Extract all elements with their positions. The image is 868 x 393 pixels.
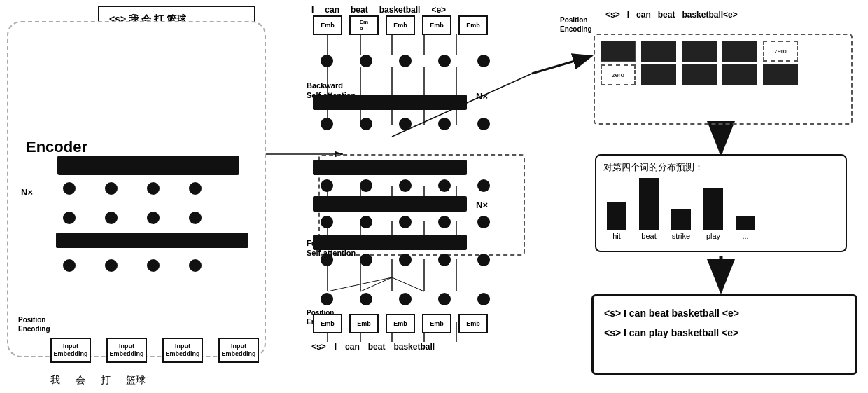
dec-circles-row2 [321,118,490,130]
dec-circle [360,55,372,67]
dist-pred-box: 对第四个词的分布预测： hit beat strike play ... [595,154,847,252]
emb-box-4: InputEmbedding [218,338,259,363]
rt-tok-4: beat [658,10,676,20]
dec-circle [399,118,412,130]
bar-rect-3 [671,209,691,230]
dec-circle [399,179,412,192]
dec-circle [399,293,412,305]
dec-circles-row6 [321,293,490,305]
masked-col-1: zero [601,41,636,85]
enc-circle [189,259,202,272]
encoder-bar [57,156,239,175]
masked-col-4 [722,41,757,85]
encoder-circles-row2 [63,212,202,224]
dec-bar2 [313,160,467,175]
enc-circle [147,212,160,224]
dec-circles-row4 [321,216,490,228]
dec-bot-tokens: <s> I can beat basketball [312,342,435,352]
dec-bot-emb-4: Emb [422,314,451,333]
bar-chart: hit beat strike play ... [596,177,846,243]
output-box: <s> I can beat basketball <e> <s> I can … [592,294,858,375]
chinese-chars: 我 会 打 篮球 [50,374,146,387]
masked-box [722,64,757,85]
dist-title: 对第四个词的分布预测： [596,156,846,177]
bar-rect-4 [704,188,723,230]
emb-box-3: InputEmbedding [162,338,203,363]
dec-emb-5: Emb [458,15,488,35]
dec-circle [360,216,372,228]
dec-circle [399,55,412,67]
bar-label-4: play [706,232,720,240]
dec-circle [438,216,451,228]
dec-bot-tok-4: beat [368,342,386,352]
dec-circle [321,254,333,266]
dec-circles-row3 [321,179,490,192]
dec-bot-tok-3: can [345,342,360,352]
zh-char-4: 篮球 [126,374,146,387]
dec-circle [477,216,490,228]
bar-rect-2 [639,178,659,230]
encoder-box: Encoder N× Position Encodi [7,21,266,357]
rt-tok-2: I [627,10,629,20]
svg-line-62 [360,277,392,291]
dec-circle [360,179,372,192]
masked-box [722,41,757,62]
rt-tok-1: <s> [606,10,620,20]
dec-emb-2: Emb [349,15,379,35]
dec-circle [360,293,372,305]
emb-box-1: InputEmbedding [50,338,91,363]
dec-bot-emb-1: Emb [313,314,342,333]
masked-box [682,64,717,85]
masked-col-2 [641,41,676,85]
bar-item-4: play [704,188,723,240]
svg-line-63 [392,277,424,291]
bar-item-2: beat [639,178,659,240]
dec-emb-4: Emb [422,15,451,35]
zero-box-2: zero [763,41,798,62]
enc-circle [63,182,76,195]
decoder-top-emb-row: Emb Emb Emb Emb Emb [313,15,488,35]
dec-circle [438,118,451,130]
encoder-circles-row3 [63,259,202,272]
zh-char-2: 会 [76,374,85,387]
encoder-emb-row: InputEmbedding InputEmbedding InputEmbed… [50,338,259,363]
masked-box [682,41,717,62]
dec-tok-5: <e> [431,5,446,15]
encoder-label: Encoder [26,138,88,156]
dec-circle [321,118,333,130]
bar-item-5: ... [736,216,755,240]
dec-tok-2: can [325,5,340,15]
decoder-top-tokens: I can beat basketball <e> [312,5,446,15]
masked-box [763,64,798,85]
dec-circle [399,254,412,266]
dec-bot-emb-3: Emb [386,314,415,333]
dec-circle [399,216,412,228]
encoder-pos-label: Position Encoding [18,315,50,333]
dec-emb-1: Emb [313,15,342,35]
bar-item-1: hit [607,202,626,240]
dec-nx1: N× [476,91,488,102]
masked-col-5: zero [763,41,798,85]
encoder-nx-label: N× [21,187,33,198]
dec-circle [477,179,490,192]
dec-circle [360,254,372,266]
enc-circle [189,212,202,224]
dec-circle [477,55,490,67]
output-line2: <s> I can play basketball <e> [604,323,845,343]
zh-char-3: 打 [101,374,111,387]
bar-rect-1 [607,202,626,230]
zh-char-1: 我 [50,374,60,387]
emb-box-2: InputEmbedding [106,338,147,363]
bar-rect-5 [736,216,755,230]
dec-emb-3: Emb [386,15,415,35]
masked-cols: zero zero [601,41,798,85]
dec-circles-row1 [321,55,490,67]
dec-circle [321,216,333,228]
dec-circle [321,55,333,67]
bar-label-5: ... [742,232,748,240]
rt-tok-3: can [636,10,651,20]
dec-nx2: N× [476,200,488,210]
dec-tok-1: I [312,5,314,15]
masked-box [641,64,676,85]
dec-bot-tok-5: basketball [393,342,435,352]
